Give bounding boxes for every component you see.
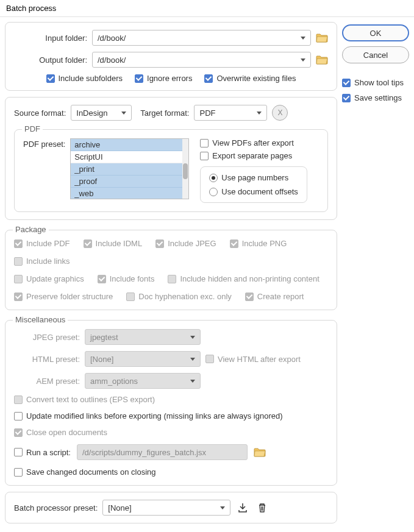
preserve-structure-check: Preserve folder structure bbox=[14, 292, 113, 301]
target-format-label: Target format: bbox=[140, 108, 189, 118]
doc-hyph-check: Doc hyphenation exc. only bbox=[126, 292, 231, 301]
list-item[interactable]: _web bbox=[71, 188, 188, 199]
script-path-field: /d/scripts/dummy_figures_batch.jsx bbox=[77, 444, 248, 460]
source-format-combo[interactable]: InDesign bbox=[71, 105, 132, 121]
jpeg-preset-combo: jpegtest bbox=[85, 329, 201, 345]
list-scrollbar[interactable] bbox=[182, 139, 188, 199]
html-preset-combo: [None] bbox=[85, 351, 201, 367]
list-item[interactable]: _proof bbox=[71, 176, 188, 188]
eps-outlines-check: Convert text to outlines (EPS export) bbox=[14, 395, 328, 404]
save-preset-icon[interactable] bbox=[235, 501, 250, 514]
view-html-check: View HTML after export bbox=[205, 355, 301, 364]
aem-preset-combo: amm_options bbox=[85, 373, 201, 389]
include-subfolders-check[interactable]: Include subfolders bbox=[46, 74, 123, 83]
clear-format-button[interactable]: X bbox=[272, 105, 288, 121]
source-format-label: Source format: bbox=[14, 108, 66, 118]
package-legend: Package bbox=[13, 225, 49, 234]
input-folder-label: Input folder: bbox=[14, 34, 87, 43]
browse-output-icon[interactable] bbox=[316, 55, 328, 65]
html-preset-label: HTML preset: bbox=[14, 355, 80, 364]
pdf-legend: PDF bbox=[22, 124, 43, 133]
save-changed-check[interactable]: Save changed documents on closing bbox=[14, 467, 328, 477]
batch-preset-label: Batch processor preset: bbox=[14, 503, 98, 512]
include-idml-check: Include IDML bbox=[84, 239, 143, 248]
include-links-check: Include links bbox=[14, 257, 70, 266]
delete-preset-icon[interactable] bbox=[255, 501, 269, 514]
close-docs-check: Close open documents bbox=[14, 428, 328, 437]
update-links-check[interactable]: Update modified links before exporting (… bbox=[14, 411, 328, 420]
pdf-preset-label: PDF preset: bbox=[23, 138, 65, 203]
run-script-check[interactable]: Run a script: bbox=[14, 448, 71, 457]
use-offsets-radio[interactable]: Use document offsets bbox=[209, 187, 298, 196]
ignore-errors-check[interactable]: Ignore errors bbox=[135, 74, 192, 83]
misc-fieldset: Miscellaneous JPEG preset: jpegtest HTML… bbox=[5, 320, 337, 486]
window-title: Batch process bbox=[0, 0, 414, 17]
list-item[interactable]: _print bbox=[71, 163, 188, 176]
ok-button[interactable]: OK bbox=[342, 24, 409, 41]
format-panel: Source format: InDesign Target format: P… bbox=[5, 97, 337, 220]
browse-script-icon[interactable] bbox=[254, 447, 266, 457]
pdf-preset-list[interactable]: archive ScriptUI _print _proof _web bbox=[70, 138, 189, 199]
include-hidden-check: Include hidden and non-printing content bbox=[168, 274, 319, 283]
include-jpeg-check: Include JPEG bbox=[155, 239, 216, 248]
list-item[interactable]: archive bbox=[71, 139, 188, 151]
batch-preset-combo[interactable]: [None] bbox=[102, 500, 230, 516]
overwrite-check[interactable]: Overwrite existing files bbox=[204, 74, 296, 83]
browse-input-icon[interactable] bbox=[316, 33, 328, 43]
aem-preset-label: AEM preset: bbox=[14, 377, 80, 386]
include-pdf-check: Include PDF bbox=[14, 239, 70, 248]
io-panel: Input folder: /d/book/ Output folder: /d… bbox=[5, 22, 337, 91]
create-report-check: Create report bbox=[245, 292, 304, 301]
input-folder-combo[interactable]: /d/book/ bbox=[92, 30, 311, 46]
save-settings-check[interactable]: Save settings bbox=[342, 93, 409, 102]
use-page-numbers-radio[interactable]: Use page numbers bbox=[209, 173, 298, 182]
include-png-check: Include PNG bbox=[230, 239, 287, 248]
jpeg-preset-label: JPEG preset: bbox=[14, 333, 80, 342]
target-format-combo[interactable]: PDF bbox=[194, 105, 267, 121]
view-pdfs-check[interactable]: View PDFs after export bbox=[200, 138, 307, 147]
batch-preset-panel: Batch processor preset: [None] bbox=[5, 492, 337, 523]
page-mode-group: Use page numbers Use document offsets bbox=[200, 166, 307, 203]
misc-legend: Miscellaneous bbox=[13, 315, 68, 324]
output-folder-label: Output folder: bbox=[14, 55, 87, 65]
pdf-fieldset: PDF PDF preset: archive ScriptUI _print … bbox=[14, 129, 328, 212]
include-fonts-check: Include fonts bbox=[98, 274, 155, 283]
export-separate-check[interactable]: Export separate pages bbox=[200, 151, 307, 160]
show-tooltips-check[interactable]: Show tool tips bbox=[342, 78, 409, 87]
output-folder-combo[interactable]: /d/book/ bbox=[92, 52, 311, 68]
update-graphics-check: Update graphics bbox=[14, 274, 84, 283]
package-fieldset: Package Include PDF Include IDML Include… bbox=[5, 230, 337, 310]
cancel-button[interactable]: Cancel bbox=[342, 46, 409, 63]
list-item[interactable]: ScriptUI bbox=[71, 151, 188, 163]
